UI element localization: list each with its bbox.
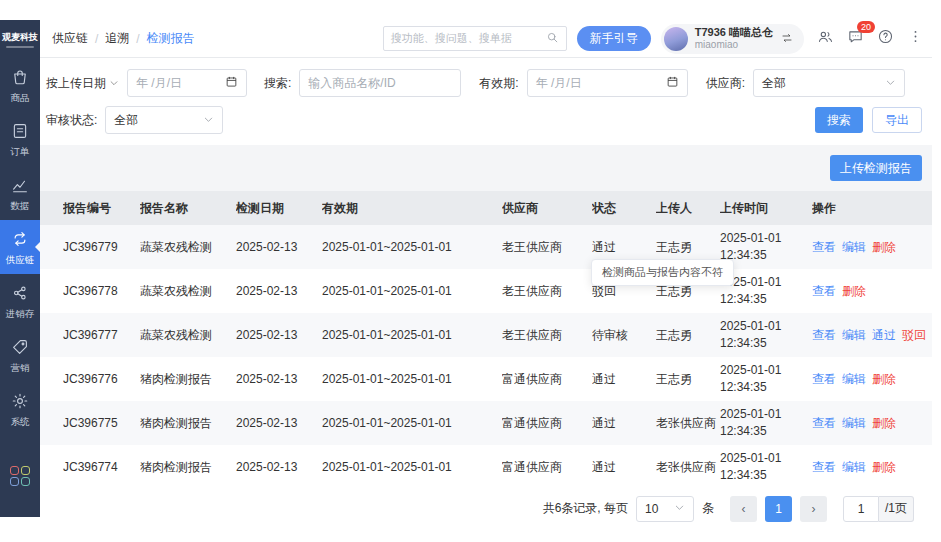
uploader-cell: 老张供应商 <box>656 415 720 432</box>
action-danger-link[interactable]: 删除 <box>872 459 896 476</box>
test-date-cell: 2025-02-13 <box>236 460 322 474</box>
question-circle-icon <box>877 28 894 49</box>
action-link-link[interactable]: 编辑 <box>842 371 866 388</box>
sidebar-apps-button[interactable] <box>0 449 40 503</box>
action-link-link[interactable]: 查看 <box>812 327 836 344</box>
action-link-link[interactable]: 查看 <box>812 415 836 432</box>
global-search-input[interactable]: 搜功能、搜问题、搜单据 <box>383 26 567 51</box>
search-button[interactable]: 搜索 <box>815 107 863 133</box>
sidebar-item-goods[interactable]: 商品 <box>0 58 40 112</box>
uploader-cell: 王志勇 <box>656 327 720 344</box>
more-menu-button[interactable] <box>907 28 924 49</box>
chevron-down-icon <box>203 111 214 129</box>
action-link-link[interactable]: 编辑 <box>842 415 866 432</box>
calendar-icon <box>666 74 679 92</box>
page-size-unit: 条 <box>702 500 714 517</box>
tag-icon <box>11 338 29 360</box>
chevron-down-icon <box>674 502 685 516</box>
supplier-cell: 富通供应商 <box>502 459 592 476</box>
action-danger-link[interactable]: 删除 <box>872 371 896 388</box>
row-actions: 查看编辑删除 <box>812 371 928 388</box>
sidebar-item-orders[interactable]: 订单 <box>0 112 40 166</box>
page-size-select[interactable]: 10 <box>636 496 694 522</box>
gear-icon <box>11 392 29 414</box>
sidebar-item-supply-chain[interactable]: 供应链 <box>0 220 40 274</box>
report-id-cell: JC396778 <box>63 284 140 298</box>
validity-cell: 2025-01-01~2025-01-01 <box>322 372 502 386</box>
action-danger-link[interactable]: 驳回 <box>902 327 926 344</box>
breadcrumb-item[interactable]: 供应链 <box>52 30 88 47</box>
sidebar-item-inventory[interactable]: 进销存 <box>0 274 40 328</box>
column-header: 供应商 <box>502 200 592 217</box>
help-button[interactable] <box>877 28 894 49</box>
switch-account-icon[interactable] <box>780 30 794 48</box>
breadcrumb-separator: / <box>95 32 98 46</box>
uploader-cell: 老张供应商 <box>656 459 720 476</box>
next-page-button[interactable]: › <box>800 496 827 522</box>
action-link-link[interactable]: 查看 <box>812 239 836 256</box>
upload-time-cell: 2025-01-0112:34:35 <box>720 362 812 397</box>
date-type-selector[interactable]: 按上传日期 <box>46 75 119 92</box>
action-link-link[interactable]: 查看 <box>812 459 836 476</box>
table-row: JC396775猪肉检测报告2025-02-132025-01-01~2025-… <box>40 401 932 445</box>
report-id-cell: JC396779 <box>63 240 140 254</box>
sidebar-item-marketing[interactable]: 营销 <box>0 328 40 382</box>
validity-cell: 2025-01-01~2025-01-01 <box>322 284 502 298</box>
validity-cell: 2025-01-01~2025-01-01 <box>322 328 502 342</box>
validity-date-placeholder: 年 /月/日 <box>536 75 660 92</box>
table-body: 检测商品与报告内容不符 JC396779蔬菜农残检测2025-02-132025… <box>40 225 932 489</box>
action-link-link[interactable]: 编辑 <box>842 327 866 344</box>
sidebar-item-label: 系统 <box>11 417 30 427</box>
upload-date-input[interactable]: 年 /月/日 <box>127 69 247 97</box>
date-type-label: 按上传日期 <box>46 75 106 92</box>
column-header: 上传时间 <box>720 200 812 217</box>
validity-date-input[interactable]: 年 /月/日 <box>527 69 688 97</box>
sidebar-item-system[interactable]: 系统 <box>0 382 40 436</box>
page-size-value: 10 <box>645 502 658 516</box>
report-name-cell: 蔬菜农残检测 <box>140 327 236 344</box>
validity-label: 有效期: <box>479 75 518 92</box>
test-date-cell: 2025-02-13 <box>236 328 322 342</box>
breadcrumb-item[interactable]: 追溯 <box>105 30 129 47</box>
action-link-link[interactable]: 查看 <box>812 371 836 388</box>
contacts-button[interactable] <box>817 28 834 49</box>
action-link-link[interactable]: 查看 <box>812 283 836 300</box>
page-button-1[interactable]: 1 <box>765 496 792 522</box>
action-danger-link[interactable]: 删除 <box>872 415 896 432</box>
supplier-cell: 老王供应商 <box>502 239 592 256</box>
message-count-badge: 20 <box>857 21 875 33</box>
status-cell: 通过 <box>592 371 656 388</box>
sidebar-item-label: 数据 <box>11 201 30 211</box>
beginner-guide-button[interactable]: 新手引导 <box>577 26 651 51</box>
upload-report-button[interactable]: 上传检测报告 <box>830 155 922 181</box>
app-window: 观麦科技 商品 订单 数据 供应链 进销存 <box>0 20 932 517</box>
status-cell: 通过 <box>592 239 656 256</box>
export-button[interactable]: 导出 <box>872 107 922 133</box>
action-danger-link[interactable]: 删除 <box>842 283 866 300</box>
upload-time-cell: 2025-01-0112:34:35 <box>720 230 812 265</box>
prev-page-button[interactable]: ‹ <box>730 496 757 522</box>
report-name-cell: 蔬菜农残检测 <box>140 239 236 256</box>
report-id-cell: JC396776 <box>63 372 140 386</box>
bag-icon <box>11 68 29 90</box>
page-jump-input[interactable]: 1 <box>843 496 879 522</box>
supplier-select[interactable]: 全部 <box>753 69 905 97</box>
messages-button[interactable]: 20 <box>847 28 864 49</box>
breadcrumb-current: 检测报告 <box>147 30 195 47</box>
audit-status-select[interactable]: 全部 <box>105 106 223 134</box>
action-link-link[interactable]: 编辑 <box>842 459 866 476</box>
sidebar-item-data[interactable]: 数据 <box>0 166 40 220</box>
chart-icon <box>11 176 29 198</box>
action-danger-link[interactable]: 删除 <box>872 239 896 256</box>
supplier-label: 供应商: <box>706 75 745 92</box>
user-menu[interactable]: T7936 喵喵总仓 miaomiao <box>661 24 804 54</box>
goods-search-input[interactable]: 输入商品名称/ID <box>299 69 461 97</box>
column-header: 检测日期 <box>236 200 322 217</box>
total-pages-label: /1页 <box>879 496 914 522</box>
action-link-link[interactable]: 通过 <box>872 327 896 344</box>
goods-search-placeholder: 输入商品名称/ID <box>308 75 395 92</box>
audit-status-value: 全部 <box>114 112 138 129</box>
status-cell: 通过 <box>592 459 656 476</box>
action-link-link[interactable]: 编辑 <box>842 239 866 256</box>
chevron-down-icon <box>885 74 896 92</box>
